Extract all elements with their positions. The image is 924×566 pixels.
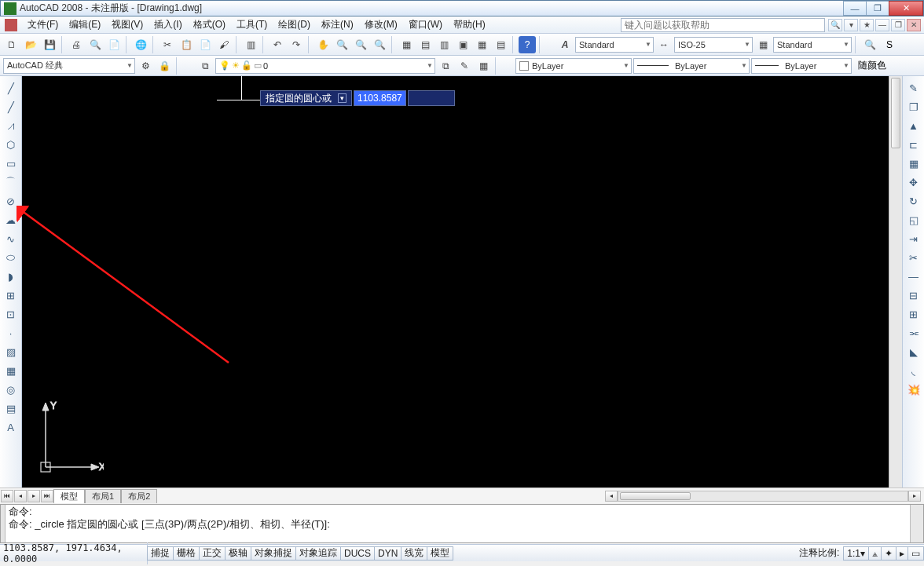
tab-next-button[interactable]: ▸ — [28, 490, 40, 502]
dim-style-button[interactable]: ↔ — [655, 36, 673, 53]
threed-dwf-button[interactable]: 🌐 — [132, 36, 149, 53]
mdi-restore-button[interactable]: ❐ — [891, 19, 905, 31]
ellipse-arc-tool[interactable]: ◗ — [2, 268, 20, 285]
layer-combo[interactable]: 💡☀🔓▭ 0▼ — [215, 58, 435, 74]
point-tool[interactable]: · — [2, 324, 20, 341]
break-tool[interactable]: ⊞ — [905, 305, 922, 323]
pan-button[interactable]: ✋ — [314, 36, 332, 53]
break-point-tool[interactable]: ⊟ — [905, 287, 922, 304]
color-combo[interactable]: ByLayer▼ — [515, 58, 632, 74]
chamfer-tool[interactable]: ◣ — [905, 343, 922, 360]
construction-line-tool[interactable]: ╱ — [2, 98, 20, 115]
polyline-tool[interactable]: ⩘ — [2, 117, 20, 134]
arc-tool[interactable]: ⌒ — [2, 173, 20, 191]
workspace-settings-icon[interactable]: ⚙ — [137, 57, 154, 75]
comm-center-icon[interactable]: ▾ — [844, 19, 858, 31]
menu-insert[interactable]: 插入(I) — [148, 16, 187, 34]
drawing-canvas[interactable]: 指定圆的圆心或▾ 1103.8587 Y X — [22, 76, 889, 487]
status-polar[interactable]: 极轴 — [225, 546, 251, 561]
gradient-tool[interactable]: ▦ — [2, 362, 20, 379]
minimize-button[interactable]: — — [843, 1, 867, 16]
layer-states-icon[interactable]: ▦ — [475, 57, 492, 75]
design-center-button[interactable]: ▤ — [416, 36, 434, 53]
text-style-combo[interactable]: Standard▼ — [575, 37, 654, 53]
status-lwt[interactable]: 线宽 — [401, 546, 427, 561]
command-window[interactable]: 命令: 命令: _circle 指定圆的圆心或 [三点(3P)/两点(2P)/相… — [0, 504, 924, 543]
mtext-tool[interactable]: A — [2, 418, 20, 436]
move-tool[interactable]: ✥ — [905, 173, 922, 191]
tab-layout1[interactable]: 布局1 — [85, 489, 121, 503]
maximize-button[interactable]: ❐ — [866, 1, 889, 16]
stretch-tool[interactable]: ⇥ — [905, 230, 922, 247]
undo-button[interactable]: ↶ — [269, 36, 286, 53]
layer-prev-icon[interactable]: ✎ — [456, 57, 473, 75]
menu-view[interactable]: 视图(V) — [106, 16, 148, 34]
command-scrollbar[interactable] — [910, 505, 923, 542]
copy-button[interactable]: 📋 — [178, 36, 195, 53]
rectangle-tool[interactable]: ▭ — [2, 155, 20, 172]
extend-tool[interactable]: — — [905, 268, 922, 285]
status-ortho[interactable]: 正交 — [199, 546, 226, 561]
offset-tool[interactable]: ⊏ — [905, 136, 922, 153]
find-button[interactable]: 🔍 — [861, 36, 878, 53]
fillet-tool[interactable]: ◟ — [905, 362, 922, 379]
tab-layout2[interactable]: 布局2 — [121, 489, 157, 503]
copy-tool[interactable]: ❐ — [905, 98, 922, 115]
rotate-tool[interactable]: ↻ — [905, 192, 922, 210]
status-osnap[interactable]: 对象捕捉 — [251, 546, 296, 561]
markup-button[interactable]: ▦ — [473, 36, 490, 53]
line-tool[interactable]: ╱ — [2, 79, 20, 97]
anno-autoscale-icon[interactable]: ✦ — [881, 546, 896, 561]
explode-tool[interactable]: 💥 — [905, 381, 922, 398]
status-ducs[interactable]: DUCS — [340, 546, 375, 561]
table-tool[interactable]: ▤ — [2, 400, 20, 417]
zoom-realtime-button[interactable]: 🔍 — [333, 36, 350, 53]
horizontal-scrollbar[interactable]: ◂ ▸ — [605, 490, 921, 502]
dim-style-combo[interactable]: ISO-25▼ — [674, 37, 753, 53]
trim-tool[interactable]: ✂ — [905, 249, 922, 266]
workspace-combo[interactable]: AutoCAD 经典▼ — [3, 58, 135, 74]
menu-draw[interactable]: 绘图(D) — [273, 16, 316, 34]
menu-file[interactable]: 文件(F) — [22, 16, 64, 34]
hscroll-right[interactable]: ▸ — [908, 491, 921, 502]
menu-edit[interactable]: 编辑(E) — [64, 16, 106, 34]
mdi-minimize-button[interactable]: — — [875, 19, 889, 31]
properties-button[interactable]: ▦ — [398, 36, 415, 53]
menu-dimension[interactable]: 标注(N) — [316, 16, 359, 34]
close-button[interactable]: ✕ — [889, 1, 923, 16]
status-model[interactable]: 模型 — [427, 546, 453, 561]
circle-tool[interactable]: ⊘ — [2, 192, 20, 210]
publish-button[interactable]: 📄 — [105, 36, 123, 53]
make-block-tool[interactable]: ⊡ — [2, 305, 20, 323]
new-button[interactable]: 🗋 — [3, 36, 20, 53]
layer-filter-icon[interactable]: ⧉ — [437, 57, 454, 75]
polygon-tool[interactable]: ⬡ — [2, 136, 20, 153]
tab-model[interactable]: 模型 — [53, 489, 85, 503]
region-tool[interactable]: ◎ — [2, 381, 20, 398]
anno-scale-value[interactable]: 1:1 ▾ — [843, 546, 869, 561]
status-tray-icon[interactable]: ▸ — [896, 546, 908, 561]
mdi-close-button[interactable]: ✕ — [907, 19, 921, 31]
table-style-combo[interactable]: Standard▼ — [773, 37, 852, 53]
match-prop-button[interactable]: 🖌 — [215, 36, 233, 53]
lineweight-combo[interactable]: ByLayer▼ — [751, 58, 852, 74]
vertical-scrollbar[interactable] — [889, 76, 902, 487]
menu-format[interactable]: 格式(O) — [188, 16, 231, 34]
open-button[interactable]: 📂 — [22, 36, 39, 53]
revision-cloud-tool[interactable]: ☁ — [2, 211, 20, 228]
help-search-input[interactable] — [621, 18, 825, 32]
dynamic-y-input[interactable] — [408, 90, 455, 106]
tab-first-button[interactable]: ⏮ — [1, 490, 13, 502]
menu-help[interactable]: 帮助(H) — [448, 16, 491, 34]
search-icon[interactable]: 🔍 — [828, 19, 842, 31]
menu-window[interactable]: 窗口(W) — [403, 16, 448, 34]
insert-block-tool[interactable]: ⊞ — [2, 287, 20, 304]
block-editor-button[interactable]: ▥ — [242, 36, 259, 53]
menu-tools[interactable]: 工具(T) — [231, 16, 273, 34]
save-button[interactable]: 💾 — [41, 36, 58, 53]
spline-tool[interactable]: ∿ — [2, 230, 20, 247]
vertical-scrollbar-thumb[interactable] — [891, 78, 900, 148]
tool-palettes-button[interactable]: ▥ — [435, 36, 453, 53]
status-grid[interactable]: 栅格 — [173, 546, 200, 561]
favorites-icon[interactable]: ★ — [860, 19, 874, 31]
